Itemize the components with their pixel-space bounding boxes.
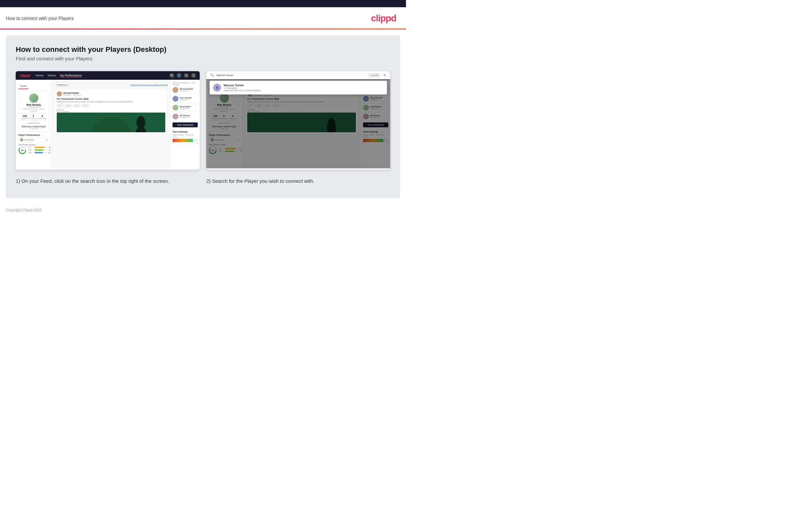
page-title: How to connect with your Players [6, 16, 74, 21]
player-info-3: Hiral Pujara Activities: 3 [180, 106, 198, 110]
latest-activity-label-1: Latest Activity [21, 122, 47, 124]
step-2-block: 2) Search for the Player you wish to con… [206, 177, 390, 185]
post-image-1 [57, 113, 165, 132]
result-info: Marcus Turner 1.5 Handicap Cypress Point… [224, 84, 261, 92]
avatar-icon-nav-1: ◎ [191, 73, 196, 78]
chevron-down-icon-1: ▾ [46, 139, 47, 141]
stat-activities-num-1: 129 [21, 115, 29, 118]
player-item-3: Hiral Pujara Activities: 3 [173, 105, 198, 112]
header: How to connect with your Players clippd [0, 7, 406, 29]
feed-tab-1: Feed [18, 84, 28, 89]
player-avatar-3 [173, 105, 178, 111]
stat-activities-label-1: Activities [21, 118, 29, 120]
nav-links-1: Home Teams My Performance [36, 74, 82, 78]
logo: clippd [371, 13, 396, 24]
tag-arg-1: ARG [73, 104, 80, 107]
result-handicap: 1.5 Handicap [224, 87, 261, 89]
step-1-block: 1) On your Feed, click on the search ico… [16, 177, 200, 185]
post-name-1: Richard Butler [63, 92, 81, 94]
people-icon-nav-1: 👤 [177, 73, 181, 78]
search-icon-overlay: 🔍 [210, 74, 214, 77]
heatmap-meta-1: Player Quality - 20 Round Trend [173, 134, 198, 138]
nav-teams-1: Teams [47, 74, 56, 78]
avatar-1 [29, 93, 38, 103]
result-club: Cypress Point Club, United Kingdom [224, 89, 261, 92]
following-chevron-1: ▾ [67, 83, 68, 86]
settings-icon-nav-1: ⚙ [184, 73, 189, 78]
stat-followers-num-1: 3 [30, 115, 37, 118]
profile-card-1: Blair McHarg Golf Coach Mill Ride Golf C… [18, 91, 49, 132]
screenshot-1: clippd Home Teams My Performance 🔍 👤 ⚙ ◎… [16, 71, 200, 170]
search-overlay: 🔍 Marcus Turner CLEAR ✕ 👤 Marcus Turner … [206, 71, 390, 96]
stat-following-1: 4 Following [38, 115, 46, 120]
app-body-1: Feed Blair McHarg Golf Coach Mill Ride G… [16, 80, 200, 168]
heatmap-labels-1: -5 +5 [173, 142, 198, 144]
quality-label-1: Total Player Quality [18, 144, 49, 146]
quality-score-num-1: 84 [21, 149, 23, 151]
quality-section-1: 84 OTT 79 APP [18, 146, 49, 154]
tag-putt-1: PUTT [82, 104, 90, 107]
stat-following-num-1: 4 [38, 115, 46, 118]
team-dashboard-btn-1[interactable]: Team Dashboard [173, 122, 198, 127]
nav-home-1: Home [36, 74, 43, 78]
steps-row: 1) On your Feed, click on the search ico… [16, 177, 390, 185]
clear-btn[interactable]: CLEAR [369, 74, 380, 77]
activity-text-1: Afternoon round of golf [21, 125, 47, 128]
heatmap-label-left-1: -5 [173, 142, 174, 144]
player-info-4: Eli Vincent Activities: 1 [180, 115, 198, 119]
post-meta-1: Yesterday · The Grove [63, 94, 81, 96]
screenshots-row: clippd Home Teams My Performance 🔍 👤 ⚙ ◎… [16, 71, 390, 170]
step-1-text: 1) On your Feed, click on the search ico… [16, 177, 200, 185]
player-avatar-2 [173, 96, 178, 102]
quality-bars-1: OTT 79 APP 70 ARG [28, 146, 50, 154]
accent-line [0, 29, 406, 30]
svg-rect-8 [247, 113, 356, 132]
stat-following-label-1: Following [38, 118, 46, 120]
profile-club-1: Mill Ride Golf Club, United Kingdom [21, 108, 47, 112]
player-acts-1: Activities: 7 [180, 90, 198, 92]
profile-name-1: Blair McHarg [21, 104, 47, 106]
following-btn-1[interactable]: Following ▾ [54, 82, 71, 87]
copyright-text: Copyright Clippd 2022 [6, 208, 42, 212]
post-title-1: Pre Tournament Course Walk [57, 98, 165, 100]
player-select-name-1: Eli Vincent [25, 139, 34, 141]
player-select-1[interactable]: Eli Vincent ▾ [18, 137, 49, 142]
result-avatar: 👤 [213, 84, 221, 92]
app-right-1: Most Active Players - Last 30 days Richa… [170, 80, 200, 168]
player-item-4: Eli Vincent Activities: 1 [173, 114, 198, 121]
control-link-1[interactable]: Control who can see your activity and da… [131, 84, 168, 86]
heatmap-fill-1 [173, 139, 193, 142]
close-icon-overlay[interactable]: ✕ [383, 73, 386, 78]
profile-card-2: Blair McHarg Golf Coach Mill Ride Golf C… [209, 91, 239, 132]
search-bar-overlay: 🔍 Marcus Turner CLEAR ✕ [206, 71, 390, 79]
search-icon-nav-1[interactable]: 🔍 [170, 73, 174, 78]
activity-date-1: 27 Jul 2022 [21, 128, 47, 130]
team-heatmap-title-1: Team Heatmap [173, 131, 198, 133]
screenshot-2: clippd Home Teams My Performance 🔍 👤 ⚙ ◎ [206, 71, 390, 170]
nav-icons-1: 🔍 👤 ⚙ ◎ [170, 73, 196, 78]
most-active-title-1: Most Active Players - Last 30 days [173, 82, 198, 86]
player-avatar-4 [173, 114, 178, 120]
player-perf-title-1: Player Performance [18, 134, 49, 136]
step-2-text: 2) Search for the Player you wish to con… [206, 177, 390, 185]
stat-followers-label-1: Followers [30, 118, 37, 120]
tag-app-1: APP [65, 104, 72, 107]
stats-row-1: 129 Activities 3 Followers 4 Following [21, 113, 47, 121]
post-card-1: Richard Butler Yesterday · The Grove Pre… [54, 89, 168, 134]
player-item-1: Richard Butler Activities: 7 [173, 87, 198, 94]
player-item-2: Piers Parnell Activities: 4 [173, 96, 198, 103]
player-perf-2: Player Performance Eli Vincent ▾ Total P… [209, 134, 239, 154]
search-result-item[interactable]: 👤 Marcus Turner 1.5 Handicap Cypress Poi… [213, 84, 383, 92]
main-content: How to connect with your Players (Deskto… [6, 35, 400, 198]
following-btn-label-1: Following [57, 84, 66, 86]
stat-activities-1: 129 Activities [21, 115, 29, 120]
heatmap-bar-1 [173, 139, 198, 142]
search-input-display[interactable]: Marcus Turner [217, 74, 366, 77]
player-perf-1: Player Performance Eli Vincent ▾ Total P… [18, 134, 49, 154]
app-left-1: Feed Blair McHarg Golf Coach Mill Ride G… [16, 80, 52, 168]
page-footer: Copyright Clippd 2022 [0, 204, 406, 216]
player-avatar-1 [173, 87, 178, 93]
app-center-1: Following ▾ Control who can see your act… [52, 80, 170, 168]
app-logo-mini-1: clippd [20, 74, 30, 78]
player-acts-2: Activities: 4 [180, 99, 198, 101]
